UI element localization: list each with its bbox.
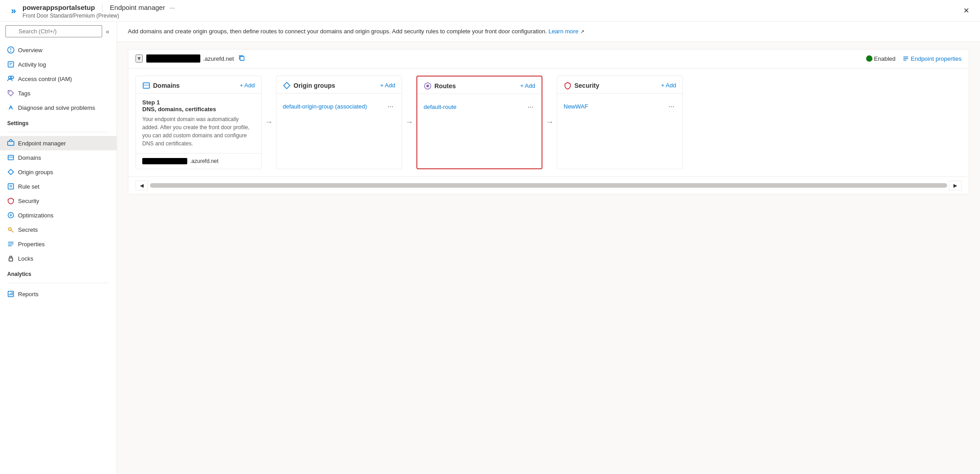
learn-more-link[interactable]: Learn more: [548, 28, 578, 35]
sidebar-item-security[interactable]: Security: [0, 194, 117, 208]
endpoint-card-header: ▼ .azurefd.net: [128, 50, 969, 68]
scroll-right-button[interactable]: ►: [949, 181, 962, 190]
origin-groups-column-title: Origin groups: [283, 81, 335, 90]
route-link[interactable]: default-route: [424, 104, 456, 110]
domains-label: Domains: [18, 154, 41, 161]
reports-icon: [7, 290, 14, 298]
list-item: default-route ···: [424, 99, 535, 115]
copy-endpoint-button[interactable]: [237, 54, 247, 63]
tags-label: Tags: [18, 90, 30, 97]
app-name-block: powerappsportalsetup | Endpoint manager …: [23, 2, 176, 19]
origin-group-link[interactable]: default-origin-group (associated): [283, 103, 367, 110]
domains-add-button[interactable]: + Add: [239, 82, 255, 89]
sidebar-item-secrets[interactable]: Secrets: [0, 222, 117, 237]
routes-column-body: default-route ···: [417, 94, 542, 168]
sidebar-item-tags[interactable]: Tags: [0, 86, 117, 100]
endpoint-manager-label: Endpoint manager: [18, 140, 66, 147]
svg-point-8: [9, 91, 10, 92]
enabled-label: Enabled: [874, 55, 896, 62]
security-column-header: Security + Add: [557, 76, 682, 94]
security-icon: [7, 197, 14, 204]
origin-groups-add-button[interactable]: + Add: [380, 82, 395, 89]
routes-column-icon: [424, 82, 432, 90]
list-item: default-origin-group (associated) ···: [283, 99, 395, 114]
origin-group-more-button[interactable]: ···: [386, 102, 395, 112]
info-bar: Add domains and create origin groups, th…: [128, 27, 969, 36]
svg-rect-27: [240, 56, 244, 60]
sidebar-item-activity-log[interactable]: Activity log: [0, 57, 117, 72]
domains-title-text: Domains: [153, 82, 180, 89]
close-button[interactable]: ✕: [960, 5, 973, 17]
endpoint-card: ▼ .azurefd.net: [128, 49, 969, 194]
endpoint-name-redacted: [146, 54, 200, 63]
svg-line-18: [11, 230, 14, 233]
sidebar-item-diagnose[interactable]: Diagnose and solve problems: [0, 100, 117, 115]
sidebar-item-overview[interactable]: Overview: [0, 43, 117, 57]
arrow-3: →: [542, 76, 557, 169]
domains-column-title: Domains: [142, 81, 180, 90]
svg-rect-13: [8, 184, 14, 189]
svg-point-17: [9, 228, 11, 230]
sidebar-item-origin-groups[interactable]: Origin groups: [0, 165, 117, 179]
scroll-track[interactable]: [150, 183, 947, 188]
svg-point-34: [426, 85, 429, 87]
endpoint-domain-suffix: .azurefd.net: [203, 55, 234, 62]
sidebar: « Overview Activity log: [0, 22, 117, 474]
sidebar-item-access-control[interactable]: Access control (IAM): [0, 72, 117, 86]
origin-groups-icon: [7, 168, 14, 176]
access-control-icon: [7, 75, 14, 82]
security-add-button[interactable]: + Add: [661, 82, 676, 89]
collapse-endpoint-button[interactable]: ▼: [135, 54, 143, 63]
sidebar-item-reports[interactable]: Reports: [0, 287, 117, 301]
analytics-section-header: Analytics: [0, 266, 117, 279]
sidebar-item-endpoint-manager[interactable]: Endpoint manager: [0, 136, 117, 150]
routes-add-button[interactable]: + Add: [520, 82, 535, 89]
route-more-button[interactable]: ···: [526, 102, 535, 112]
endpoint-header-right: Enabled Endpoint properties: [866, 55, 962, 62]
settings-divider: [7, 132, 109, 132]
endpoint-properties-button[interactable]: Endpoint properties: [903, 55, 962, 62]
tags-icon: [7, 90, 14, 97]
svg-rect-10: [8, 141, 14, 145]
search-input[interactable]: [5, 25, 102, 37]
logo-icon: »: [7, 5, 20, 17]
domain-footer-redacted: [142, 158, 187, 164]
sidebar-item-optimizations[interactable]: Optimizations: [0, 208, 117, 222]
sidebar-item-properties[interactable]: Properties: [0, 237, 117, 251]
security-column-title: Security: [564, 81, 599, 90]
scroll-left-button[interactable]: ◄: [135, 181, 148, 190]
domain-step: Step 1 DNS, domains, certificates Your e…: [142, 99, 255, 148]
arrow-1: →: [262, 76, 276, 169]
rule-set-label: Rule set: [18, 183, 40, 190]
search-row: «: [5, 25, 111, 37]
header-left: » powerappsportalsetup | Endpoint manage…: [7, 2, 176, 19]
sidebar-item-rule-set[interactable]: Rule set: [0, 179, 117, 194]
origin-groups-title-text: Origin groups: [294, 82, 335, 89]
rule-set-icon: [7, 183, 14, 190]
routes-column-header: Routes + Add: [417, 77, 542, 94]
activity-log-label: Activity log: [18, 61, 46, 68]
domain-footer: .azurefd.net: [136, 153, 261, 169]
header-more-button[interactable]: ···: [168, 3, 177, 12]
sidebar-item-locks[interactable]: Locks: [0, 251, 117, 266]
security-column: Security + Add NewWAF ···: [557, 76, 683, 169]
svg-rect-31: [143, 83, 149, 88]
endpoint-name-block: .azurefd.net: [146, 54, 247, 63]
enabled-indicator: [866, 55, 872, 62]
origin-groups-label: Origin groups: [18, 169, 53, 176]
sidebar-collapse-button[interactable]: «: [104, 26, 111, 37]
security-item-link[interactable]: NewWAF: [564, 103, 588, 110]
info-text: Add domains and create origin groups, th…: [128, 28, 547, 35]
header: » powerappsportalsetup | Endpoint manage…: [0, 0, 980, 22]
svg-rect-11: [8, 155, 14, 160]
security-title-text: Security: [574, 82, 599, 89]
security-item-more-button[interactable]: ···: [667, 102, 676, 112]
diagnose-icon: [7, 104, 14, 111]
header-divider: |: [101, 2, 104, 13]
resource-name: Endpoint manager: [110, 4, 165, 11]
columns-container: Domains + Add Step 1 DNS, domains, certi…: [128, 68, 969, 176]
optimizations-label: Optimizations: [18, 212, 54, 219]
optimizations-icon: [7, 212, 14, 219]
sidebar-item-domains[interactable]: Domains: [0, 150, 117, 165]
external-link-icon: ↗: [580, 29, 584, 34]
